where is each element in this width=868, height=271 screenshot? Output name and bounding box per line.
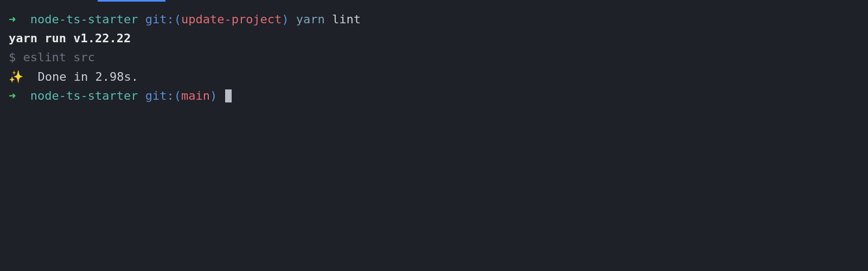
git-branch: main xyxy=(181,89,210,102)
exec-command: eslint src xyxy=(23,50,95,64)
git-label: git: xyxy=(145,89,174,102)
command: yarn xyxy=(296,12,325,26)
exec-prefix: $ xyxy=(9,50,23,64)
directory-name: node-ts-starter xyxy=(30,12,138,26)
exec-line: $ eslint src xyxy=(9,48,859,67)
cursor xyxy=(225,89,232,102)
prompt-line-1[interactable]: ➜ node-ts-starter git:(update-project) y… xyxy=(9,10,859,29)
tab-indicator xyxy=(98,0,165,2)
directory-name: node-ts-starter xyxy=(30,89,138,102)
sparkle-icon: ✨ xyxy=(9,70,23,83)
spacer xyxy=(16,89,30,102)
spacer xyxy=(138,89,145,102)
paren-close: ) xyxy=(210,89,217,102)
git-label: git: xyxy=(145,12,174,26)
spacer xyxy=(138,12,145,26)
paren-open: ( xyxy=(174,89,181,102)
done-line: ✨ Done in 2.98s. xyxy=(9,67,859,86)
done-text: Done in 2.98s. xyxy=(23,70,138,83)
prompt-arrow-icon: ➜ xyxy=(9,89,16,102)
spacer xyxy=(217,89,224,102)
command-arg: lint xyxy=(332,12,361,26)
spacer xyxy=(16,12,30,26)
spacer xyxy=(325,12,332,26)
git-branch: update-project xyxy=(181,12,282,26)
prompt-line-2[interactable]: ➜ node-ts-starter git:(main) xyxy=(9,86,859,105)
spacer xyxy=(289,12,296,26)
yarn-version-line: yarn run v1.22.22 xyxy=(9,29,859,48)
paren-open: ( xyxy=(174,12,181,26)
prompt-arrow-icon: ➜ xyxy=(9,12,16,26)
paren-close: ) xyxy=(282,12,289,26)
